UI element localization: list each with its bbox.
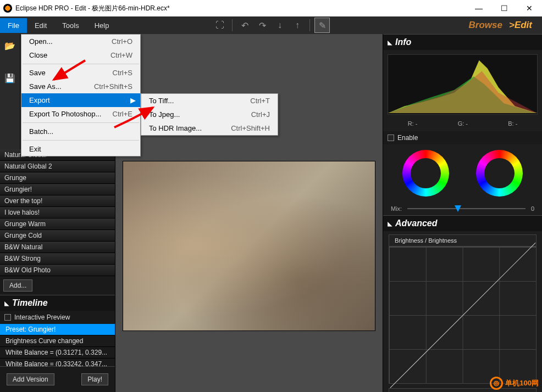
histogram bbox=[388, 54, 538, 115]
mix-slider[interactable] bbox=[407, 208, 526, 209]
folder-icon[interactable]: 📂 bbox=[4, 41, 15, 51]
browse-tab[interactable]: Browse bbox=[469, 20, 502, 31]
right-panel: Info R: - G: - B: - Enable Mix: 0 Advanc bbox=[383, 34, 542, 392]
menu-to-tiff[interactable]: To Tiff...Ctrl+T bbox=[141, 94, 278, 108]
export-submenu: To Tiff...Ctrl+T To Jpeg...Ctrl+J To HDR… bbox=[141, 93, 278, 136]
menu-close[interactable]: CloseCtrl+W bbox=[21, 48, 140, 62]
chevron-right-icon: ▶ bbox=[130, 96, 136, 104]
separator bbox=[23, 64, 139, 64]
separator bbox=[23, 140, 139, 141]
timeline-header[interactable]: Timeline bbox=[0, 295, 115, 311]
r-value: R: - bbox=[408, 120, 418, 127]
watermark: ⊚ 单机100网 bbox=[490, 377, 539, 390]
menu-save[interactable]: SaveCtrl+S bbox=[21, 66, 140, 80]
menu-batch[interactable]: Batch... bbox=[21, 125, 140, 138]
timeline-item[interactable]: White Balance = (0.33242, 0.347... bbox=[0, 359, 115, 366]
fullscreen-icon[interactable]: ⛶ bbox=[212, 18, 228, 33]
down-icon[interactable]: ↓ bbox=[272, 18, 287, 33]
watermark-icon: ⊚ bbox=[490, 377, 503, 390]
mix-label: Mix: bbox=[391, 205, 402, 212]
redo-icon[interactable]: ↷ bbox=[255, 18, 270, 33]
preset-item[interactable]: I love halos! bbox=[0, 207, 115, 219]
preset-item[interactable]: B&W Strong bbox=[0, 253, 115, 265]
play-button[interactable]: Play! bbox=[81, 373, 108, 385]
mix-value: 0 bbox=[531, 205, 534, 212]
menu-export-photoshop[interactable]: Export To Photoshop...Ctrl+E bbox=[21, 107, 140, 121]
preset-item[interactable]: B&W Old Photo bbox=[0, 265, 115, 276]
brightness-curve[interactable] bbox=[389, 247, 537, 384]
menu-save-as[interactable]: Save As...Ctrl+Shift+S bbox=[21, 80, 140, 93]
minimize-button[interactable]: — bbox=[466, 0, 491, 16]
menu-open[interactable]: Open...Ctrl+O bbox=[21, 35, 140, 48]
timeline-item[interactable]: Preset: Grungier! bbox=[0, 324, 115, 335]
preset-item[interactable]: Grunge Warm bbox=[0, 219, 115, 230]
menu-file[interactable]: File bbox=[0, 18, 27, 33]
app-icon bbox=[3, 4, 12, 13]
advanced-header[interactable]: Advanced bbox=[383, 215, 542, 231]
checkbox-icon[interactable] bbox=[4, 314, 11, 321]
preset-item[interactable]: B&W Natural bbox=[0, 242, 115, 253]
enable-label: Enable bbox=[397, 134, 418, 142]
undo-icon[interactable]: ↶ bbox=[237, 18, 252, 33]
g-value: G: - bbox=[458, 120, 468, 127]
icon-column: 📂 💾 bbox=[0, 34, 20, 149]
separator bbox=[309, 19, 310, 31]
preset-item[interactable]: Grunge Cold bbox=[0, 230, 115, 242]
add-version-button[interactable]: Add Version bbox=[7, 373, 54, 385]
timeline-item[interactable]: Brightness Curve changed bbox=[0, 335, 115, 347]
interactive-preview-label: Interactive Preview bbox=[14, 313, 70, 321]
up-icon[interactable]: ↑ bbox=[290, 18, 305, 33]
window-title: Eclipse HDR PRO - Edit - 极光图片66-min-HDR.… bbox=[15, 4, 466, 13]
menu-to-jpeg[interactable]: To Jpeg...Ctrl+J bbox=[141, 108, 278, 121]
menu-edit[interactable]: Edit bbox=[27, 18, 54, 33]
menu-to-hdr[interactable]: To HDR Image...Ctrl+Shift+H bbox=[141, 121, 278, 135]
preset-item[interactable]: Grungier! bbox=[0, 184, 115, 195]
preset-item[interactable]: Over the top! bbox=[0, 195, 115, 207]
canvas-area[interactable] bbox=[115, 34, 383, 392]
menubar: File Edit Tools Help ⛶ ↶ ↷ ↓ ↑ ✎ Browse … bbox=[0, 16, 542, 34]
checkbox-icon[interactable] bbox=[388, 135, 394, 141]
color-wheel-highlights[interactable] bbox=[476, 150, 523, 197]
preset-list: Natural Global Natural Global 2 Grunge G… bbox=[0, 149, 115, 276]
edit-tab[interactable]: >Edit bbox=[509, 20, 532, 31]
file-dropdown: Open...Ctrl+O CloseCtrl+W SaveCtrl+S Sav… bbox=[21, 34, 141, 156]
menu-help[interactable]: Help bbox=[87, 18, 117, 33]
b-value: B: - bbox=[508, 120, 517, 127]
maximize-button[interactable]: ☐ bbox=[491, 0, 517, 16]
separator bbox=[23, 122, 139, 123]
timeline-item[interactable]: White Balance = (0.31271, 0.329... bbox=[0, 347, 115, 359]
slider-thumb-icon[interactable] bbox=[455, 205, 461, 212]
preview-image bbox=[123, 161, 375, 331]
menu-exit[interactable]: Exit bbox=[21, 142, 140, 156]
interactive-preview-row[interactable]: Interactive Preview bbox=[0, 311, 115, 324]
close-button[interactable]: ✕ bbox=[517, 0, 542, 16]
menu-export[interactable]: Export▶ bbox=[21, 93, 140, 107]
info-header[interactable]: Info bbox=[383, 34, 542, 50]
preset-item[interactable]: Grunge bbox=[0, 172, 115, 184]
separator bbox=[232, 19, 233, 31]
preset-item[interactable]: Natural Global 2 bbox=[0, 161, 115, 172]
menu-tools[interactable]: Tools bbox=[54, 18, 86, 33]
eyedropper-icon[interactable]: ✎ bbox=[314, 18, 330, 33]
add-preset-button[interactable]: Add... bbox=[3, 279, 32, 292]
rgb-readout: R: - G: - B: - bbox=[383, 119, 542, 131]
brightness-curve-label[interactable]: Brightness / Brightness bbox=[389, 234, 537, 247]
titlebar: Eclipse HDR PRO - Edit - 极光图片66-min-HDR.… bbox=[0, 0, 542, 16]
enable-row[interactable]: Enable bbox=[383, 131, 542, 144]
color-wheel-shadows[interactable] bbox=[402, 150, 449, 197]
save-disk-icon[interactable]: 💾 bbox=[4, 73, 15, 83]
